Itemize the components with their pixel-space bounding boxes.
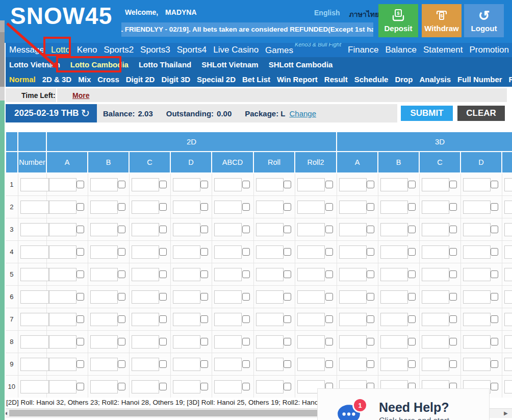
bet-input-r6-2d-roll2[interactable]: [297, 290, 325, 304]
bet-input-r6-clipped[interactable]: [504, 290, 512, 304]
nav1-item-message[interactable]: Message: [9, 45, 44, 55]
bet-input-r4-2d-roll[interactable]: [256, 245, 284, 259]
bet-check-r7-2d-roll2[interactable]: [325, 315, 333, 323]
bet-check-r4-2d-roll2[interactable]: [325, 248, 333, 256]
bet-check-r1-3d-c[interactable]: [449, 181, 457, 188]
bet-check-r5-2d-abcd[interactable]: [242, 270, 250, 278]
nav3-item-digit-2d[interactable]: Digit 2D: [126, 75, 155, 84]
bet-input-r1-3d-c[interactable]: [422, 178, 449, 191]
change-link[interactable]: Change: [289, 109, 316, 118]
bet-check-r4-2d-abcd[interactable]: [242, 248, 250, 256]
bet-check-r6-3d-a[interactable]: [367, 293, 374, 301]
bet-check-r7-3d-d[interactable]: [491, 315, 498, 323]
bet-check-r5-3d-b[interactable]: [408, 270, 416, 278]
bet-check-r2-2d-roll[interactable]: [284, 203, 291, 211]
nav3-item-mix[interactable]: Mix: [78, 75, 91, 84]
nav1-item-live-casino[interactable]: Live Casino: [213, 45, 259, 55]
bet-check-r9-2d-roll[interactable]: [284, 360, 291, 368]
bet-input-r6-2d-c[interactable]: [132, 290, 159, 304]
bet-input-r7-2d-b[interactable]: [90, 313, 118, 326]
bet-check-r6-2d-d[interactable]: [200, 293, 208, 301]
nav3-item-2d-3d[interactable]: 2D & 3D: [42, 75, 72, 84]
refresh-icon[interactable]: ↻: [81, 107, 90, 119]
bet-input-r5-3d-b[interactable]: [380, 268, 408, 281]
submit-button[interactable]: SUBMIT: [401, 106, 453, 121]
bet-input-r2-2d-abcd[interactable]: [214, 201, 242, 214]
bet-check-r9-3d-a[interactable]: [367, 360, 374, 368]
bet-input-r10-clipped[interactable]: [504, 380, 512, 393]
bet-check-r7-2d-d[interactable]: [200, 315, 208, 323]
nav2-item-lotto-thailand[interactable]: Lotto Thailand: [139, 60, 191, 69]
bet-check-r2-2d-abcd[interactable]: [242, 203, 250, 211]
bet-input-r7-3d-d[interactable]: [463, 313, 491, 326]
bet-input-r3-clipped[interactable]: [504, 223, 512, 236]
bet-input-r3-3d-a[interactable]: [339, 223, 367, 236]
bet-input-r5-2d-b[interactable]: [90, 268, 118, 281]
bet-input-r5-3d-d[interactable]: [463, 268, 491, 281]
bet-input-r1-2d-a[interactable]: [49, 178, 76, 191]
bet-input-r9-2d-d[interactable]: [173, 358, 200, 371]
nav3-item-digit-3d[interactable]: Digit 3D: [161, 75, 190, 84]
bet-input-r8-2d-a[interactable]: [49, 335, 76, 349]
bet-check-r9-2d-b[interactable]: [118, 360, 125, 368]
bet-input-r8-3d-c[interactable]: [422, 335, 449, 349]
bet-input-r6-3d-d[interactable]: [463, 290, 491, 304]
bet-check-r6-3d-c[interactable]: [449, 293, 457, 301]
bet-check-r7-3d-a[interactable]: [367, 315, 374, 323]
bet-check-r5-2d-b[interactable]: [118, 270, 125, 278]
bet-check-r1-2d-a[interactable]: [76, 181, 84, 188]
clear-button[interactable]: CLEAR: [457, 106, 505, 121]
bet-input-r7-2d-a[interactable]: [49, 313, 76, 326]
bet-check-r5-2d-roll[interactable]: [284, 270, 291, 278]
bet-input-r2-3d-a[interactable]: [339, 201, 367, 214]
bet-input-r2-2d-d[interactable]: [173, 201, 200, 214]
nav3-item-bet-list[interactable]: Bet List: [242, 75, 270, 84]
bet-input-r3-2d-d[interactable]: [173, 223, 200, 236]
bet-check-r9-3d-c[interactable]: [449, 360, 457, 368]
nav1-item-sports2[interactable]: Sports2: [104, 45, 134, 55]
bet-check-r3-2d-a[interactable]: [76, 226, 84, 233]
bet-check-r2-3d-a[interactable]: [367, 203, 374, 211]
number-input-r6[interactable]: [20, 290, 49, 304]
bet-input-r2-2d-roll2[interactable]: [297, 201, 325, 214]
bet-check-r6-3d-d[interactable]: [491, 293, 498, 301]
bet-input-r10-2d-b[interactable]: [90, 380, 118, 393]
bet-check-r10-2d-a[interactable]: [76, 383, 84, 390]
bet-check-r5-2d-d[interactable]: [200, 270, 208, 278]
nav1-item-balance[interactable]: Balance: [386, 45, 417, 55]
bet-input-r1-clipped[interactable]: [504, 178, 512, 191]
bet-input-r6-2d-roll[interactable]: [256, 290, 284, 304]
number-input-r10[interactable]: [20, 380, 49, 393]
lang-english-link[interactable]: English: [314, 9, 340, 20]
bet-input-r1-2d-b[interactable]: [90, 178, 118, 191]
bet-check-r9-2d-c[interactable]: [159, 360, 167, 368]
bet-input-r4-2d-b[interactable]: [90, 245, 118, 259]
bet-check-r4-3d-d[interactable]: [491, 248, 498, 256]
bet-input-r5-2d-d[interactable]: [173, 268, 200, 281]
bet-check-r7-2d-roll[interactable]: [284, 315, 291, 323]
bet-input-r10-2d-abcd[interactable]: [214, 380, 242, 393]
nav3-item-normal[interactable]: Normal: [9, 75, 36, 84]
bet-input-r7-3d-b[interactable]: [380, 313, 408, 326]
bet-check-r3-3d-b[interactable]: [408, 226, 416, 233]
bet-input-r5-3d-c[interactable]: [422, 268, 449, 281]
bet-check-r7-2d-a[interactable]: [76, 315, 84, 323]
bet-check-r7-3d-c[interactable]: [449, 315, 457, 323]
bet-input-r9-2d-b[interactable]: [90, 358, 118, 371]
bet-check-r10-2d-abcd[interactable]: [242, 383, 250, 390]
bet-check-r1-2d-d[interactable]: [200, 181, 208, 188]
bet-input-r1-2d-c[interactable]: [132, 178, 159, 191]
withdraw-button[interactable]: $ Withdraw: [422, 4, 462, 37]
bet-input-r9-2d-c[interactable]: [132, 358, 159, 371]
bet-input-r10-2d-roll[interactable]: [256, 380, 284, 393]
number-input-r3[interactable]: [20, 223, 49, 236]
bet-check-r5-3d-d[interactable]: [491, 270, 498, 278]
nav2-item-shlott-vietnam[interactable]: SHLott Vietnam: [201, 60, 258, 69]
bet-input-r5-clipped[interactable]: [504, 268, 512, 281]
bet-check-r6-2d-abcd[interactable]: [242, 293, 250, 301]
bet-check-r10-2d-roll[interactable]: [284, 383, 291, 390]
nav1-item-sports4[interactable]: Sports4: [177, 45, 207, 55]
number-input-r1[interactable]: [20, 178, 49, 191]
bet-check-r10-2d-b[interactable]: [118, 383, 125, 390]
number-input-r7[interactable]: [20, 313, 49, 326]
